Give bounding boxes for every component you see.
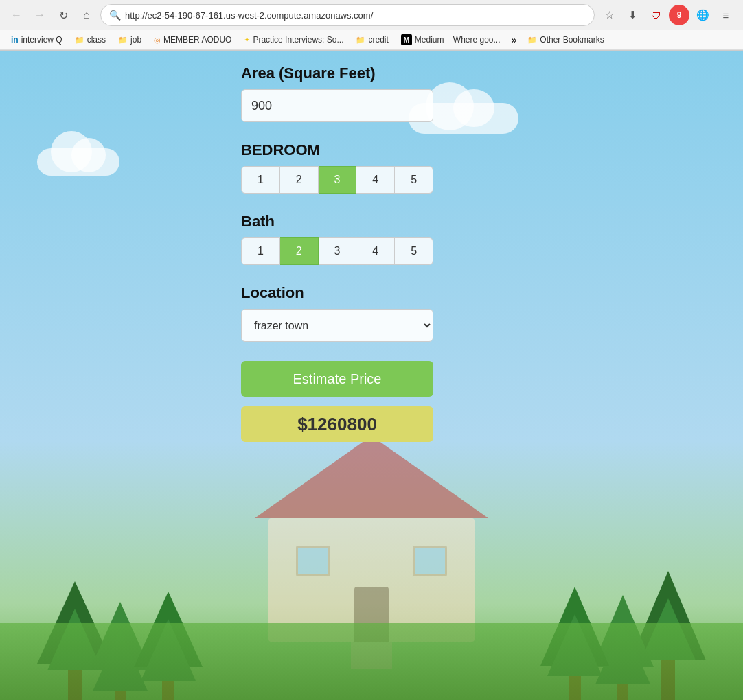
area-label: Area (Square Feet) <box>241 65 502 82</box>
area-input[interactable] <box>241 89 433 122</box>
folder-icon: 📁 <box>356 36 365 45</box>
search-icon: 🔍 <box>109 10 121 21</box>
bath-section: Bath 1 2 3 4 5 <box>241 213 502 265</box>
bookmark-label: interview Q <box>21 35 62 45</box>
estimate-price-button[interactable]: Estimate Price <box>241 361 433 397</box>
location-label: Location <box>241 284 502 302</box>
bath-option-2[interactable]: 2 <box>280 237 319 265</box>
more-bookmarks-button[interactable]: » <box>507 32 521 47</box>
location-select[interactable]: frazer town whitefield koramangala indir… <box>241 309 433 342</box>
bookmark-label: class <box>87 35 106 45</box>
bookmark-label: credit <box>368 35 388 45</box>
folder-icon: 📁 <box>118 36 128 45</box>
bookmark-star-button[interactable]: ☆ <box>599 5 619 25</box>
toolbar-icons: ☆ ⬇ 🛡 9 🌐 ≡ <box>599 5 736 25</box>
bookmark-aoduo[interactable]: ◎ MEMBER AODUO <box>148 33 237 47</box>
location-section: Location frazer town whitefield koramang… <box>241 284 502 342</box>
bookmark-class[interactable]: 📁 class <box>69 33 111 47</box>
bookmark-credit[interactable]: 📁 credit <box>350 33 393 47</box>
bedroom-option-3[interactable]: 3 <box>319 166 357 194</box>
bookmark-label: Medium – Where goo... <box>415 35 501 45</box>
forward-button[interactable]: → <box>30 5 49 25</box>
bookmark-job[interactable]: 📁 job <box>113 33 147 47</box>
bookmark-other[interactable]: 📁 Other Bookmarks <box>522 33 609 47</box>
linkedin-icon: in <box>11 35 19 45</box>
bedroom-label: BEDROOM <box>241 141 502 159</box>
extension-button-2[interactable]: 🌐 <box>692 5 713 25</box>
price-result: $1260800 <box>241 406 433 442</box>
area-section: Area (Square Feet) <box>241 65 502 122</box>
bath-option-1[interactable]: 1 <box>241 237 280 265</box>
folder-icon: 📁 <box>527 36 537 45</box>
refresh-button[interactable]: ↻ <box>54 5 73 25</box>
bedroom-option-1[interactable]: 1 <box>241 166 280 194</box>
bedroom-option-2[interactable]: 2 <box>280 166 319 194</box>
home-button[interactable]: ⌂ <box>77 5 96 25</box>
bookmark-medium[interactable]: M Medium – Where goo... <box>396 32 506 47</box>
form-container: Area (Square Feet) BEDROOM 1 2 3 4 5 Bat… <box>0 51 743 700</box>
browser-chrome: ← → ↻ ⌂ 🔍 ☆ ⬇ 🛡 9 🌐 ≡ in interview Q 📁 c… <box>0 0 743 51</box>
bookmark-interview-q[interactable]: in interview Q <box>5 33 68 47</box>
bookmark-label: Other Bookmarks <box>540 35 604 45</box>
menu-button[interactable]: ≡ <box>716 5 736 25</box>
bedroom-button-group: 1 2 3 4 5 <box>241 166 433 194</box>
folder-icon: 📁 <box>75 36 84 45</box>
bookmark-label: Practice Interviews: So... <box>253 35 343 45</box>
browser-toolbar: ← → ↻ ⌂ 🔍 ☆ ⬇ 🛡 9 🌐 ≡ <box>0 0 743 30</box>
bath-label: Bath <box>241 213 502 231</box>
bath-option-3[interactable]: 3 <box>319 237 357 265</box>
download-button[interactable]: ⬇ <box>622 5 643 25</box>
medium-icon: M <box>401 34 412 45</box>
bookmarks-bar: in interview Q 📁 class 📁 job ◎ MEMBER AO… <box>0 30 743 50</box>
bedroom-option-4[interactable]: 4 <box>356 166 395 194</box>
bath-option-4[interactable]: 4 <box>356 237 395 265</box>
bedroom-option-5[interactable]: 5 <box>395 166 433 194</box>
bookmark-practice[interactable]: ✦ Practice Interviews: So... <box>238 33 349 47</box>
address-bar[interactable]: 🔍 <box>100 4 595 26</box>
page-content: Area (Square Feet) BEDROOM 1 2 3 4 5 Bat… <box>0 51 743 700</box>
bookmark-label: job <box>130 35 141 45</box>
url-input[interactable] <box>125 10 586 21</box>
aoduo-icon: ◎ <box>154 36 161 45</box>
bath-button-group: 1 2 3 4 5 <box>241 237 433 265</box>
form-panel: Area (Square Feet) BEDROOM 1 2 3 4 5 Bat… <box>241 65 502 461</box>
shield-button[interactable]: 🛡 <box>645 5 666 25</box>
extension-button-1[interactable]: 9 <box>669 5 689 25</box>
bookmark-label: MEMBER AODUO <box>163 35 231 45</box>
bedroom-section: BEDROOM 1 2 3 4 5 <box>241 141 502 194</box>
back-button[interactable]: ← <box>7 5 26 25</box>
bath-option-5[interactable]: 5 <box>395 237 433 265</box>
practice-icon: ✦ <box>244 36 250 45</box>
action-section: Estimate Price $1260800 <box>241 361 502 442</box>
